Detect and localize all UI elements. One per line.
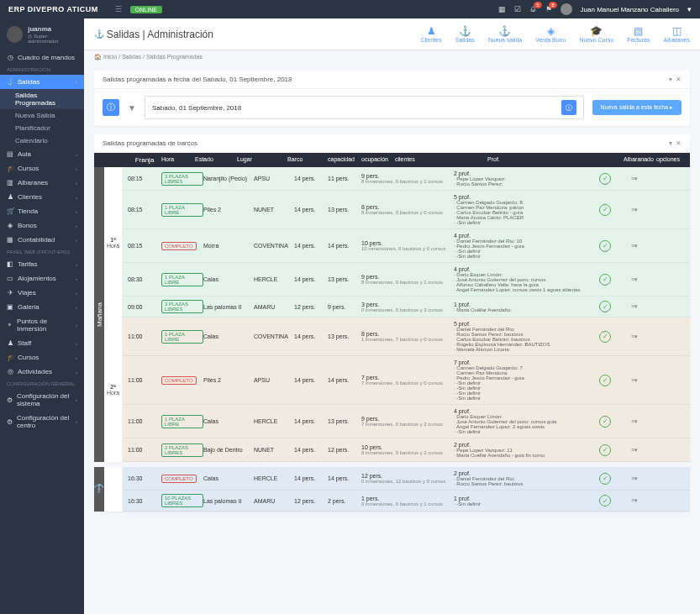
options-button[interactable]: ≡▾ <box>631 207 638 213</box>
nav-cursos[interactable]: 🎓Cursos› <box>0 161 84 176</box>
nav-actividades[interactable]: ◎Actividades› <box>0 365 84 379</box>
nav-clientes[interactable]: ♟Clientes› <box>0 190 84 204</box>
nav-tarifas[interactable]: ◧Tarifas› <box>0 257 84 271</box>
bc-inicio[interactable]: Inicio <box>103 54 117 60</box>
cell-clientes: 9 pers.8 inmersiones, 0 bautizos y 1 cur… <box>361 173 454 184</box>
cell-estado: COMPLETO <box>161 376 203 385</box>
action-facturas[interactable]: ▤Facturas <box>627 25 650 43</box>
nav-viajes[interactable]: ✈Viajes› <box>0 286 84 300</box>
nav-conf-sistema[interactable]: ⚙Configuración del sistema› <box>0 389 84 411</box>
filter-icon[interactable]: ▼ <box>128 103 136 113</box>
flag-icon[interactable]: ⚑8 <box>545 5 552 13</box>
cell-albaranado: ✓ <box>588 444 622 456</box>
plus-anchor-icon: ⚓ <box>488 25 522 37</box>
users-icon: ♟ <box>7 193 13 201</box>
menu-toggle-icon[interactable]: ☰ <box>115 5 122 13</box>
check-circle-icon[interactable]: ✓ <box>599 240 611 252</box>
grid-icon[interactable]: ▦ <box>498 5 506 13</box>
nav-staff[interactable]: ♟Staff› <box>0 336 84 350</box>
action-nuevo-curso[interactable]: 🎓Nuevo Curso <box>579 25 613 43</box>
avatar[interactable] <box>561 3 572 15</box>
cell-capacidad: 12 pers. <box>294 498 328 504</box>
cell-capacidad: 12 pers. <box>294 304 328 310</box>
bell-icon[interactable]: 🕭5 <box>529 5 537 13</box>
nav-salidas[interactable]: ⚓Salidas▾ <box>0 75 84 89</box>
check-circle-icon[interactable]: ✓ <box>599 173 611 185</box>
options-button[interactable]: ≡▾ <box>631 243 638 249</box>
cell-ocupacion: 13 pers. <box>328 276 361 282</box>
collapse-icon[interactable]: ▾ <box>669 76 672 83</box>
check-circle-icon[interactable]: ✓ <box>599 444 611 456</box>
check-circle-icon[interactable]: ✓ <box>599 495 611 506</box>
check-circle-icon[interactable]: ✓ <box>599 204 611 216</box>
close-icon[interactable]: ✕ <box>676 76 682 83</box>
check-circle-icon[interactable]: ✓ <box>599 331 611 343</box>
new-salida-button[interactable]: Nueva salida a esta fecha ▸ <box>592 100 682 115</box>
options-button[interactable]: ≡▾ <box>631 475 638 481</box>
cell-capacidad: 14 pers. <box>294 276 328 282</box>
cell-capacidad: 14 pers. <box>294 475 328 481</box>
nav-puntos[interactable]: ⌖Puntos de Inmersión› <box>0 314 84 336</box>
cell-ocupacion: 11 pers. <box>328 176 361 181</box>
sub-planificador[interactable]: Planificador <box>0 122 84 134</box>
options-button[interactable]: ≡▾ <box>631 377 638 383</box>
check-circle-icon[interactable]: ✓ <box>599 416 611 428</box>
nav-dashboard[interactable]: ◷Cuadro de mandos <box>0 50 84 65</box>
date-input[interactable]: Sabado, 01 Septiembre, 2018 ⓘ <box>145 96 584 119</box>
cell-albaranado: ✓ <box>588 240 622 252</box>
cell-clientes: 7 pers.7 inmersiones, 0 bautizos y 0 cur… <box>361 375 454 386</box>
check-circle-icon[interactable]: ✓ <box>599 274 611 286</box>
nav-conf-centro[interactable]: ⚙Configuración del centro› <box>0 411 84 433</box>
cell-estado: 1 PLAZA LIBRE <box>161 203 203 217</box>
sidebar-user-block[interactable]: juanma ◎ Super-administrador <box>0 18 84 50</box>
cell-capacidad: 14 pers. <box>294 176 328 181</box>
action-albaranes[interactable]: ◫Albaranes <box>663 25 690 43</box>
options-button[interactable]: ≡▾ <box>631 333 638 339</box>
options-button[interactable]: ≡▾ <box>631 497 638 503</box>
user-fullname[interactable]: Juan Manuel Manzano Caballero <box>581 6 679 13</box>
date-panel: Salidas programadas a fecha del Sabado, … <box>94 71 690 126</box>
cell-capacidad: 14 pers. <box>294 333 328 339</box>
nav-contabilidad[interactable]: ▦Contabilidad› <box>0 233 84 247</box>
table-row: 11:00 COMPLETO Piles 2 APSU 14 pers. 14 … <box>123 356 690 405</box>
bc-salidas[interactable]: Salidas <box>122 54 141 60</box>
nav-alojamientos[interactable]: ▭Alojamientos› <box>0 271 84 286</box>
calendar-icon[interactable]: ⓘ <box>561 100 576 115</box>
collapse-icon[interactable]: ▾ <box>669 139 672 147</box>
nav-galeria[interactable]: ▣Galeria› <box>0 300 84 314</box>
check-circle-icon[interactable]: ✓ <box>599 301 611 312</box>
cell-ocupacion: 12 pers. <box>328 447 361 453</box>
options-button[interactable]: ≡▾ <box>631 176 638 181</box>
chevron-down-icon[interactable]: ▾ <box>687 5 692 13</box>
chevron-right-icon: › <box>76 323 77 328</box>
options-button[interactable]: ≡▾ <box>631 447 638 453</box>
options-button[interactable]: ≡▾ <box>631 276 638 282</box>
nav-aula[interactable]: ▤Aula› <box>0 147 84 161</box>
cell-albaranado: ✓ <box>588 301 622 312</box>
action-salidas[interactable]: ⚓Salidas <box>455 25 475 43</box>
nav-albaranes[interactable]: ▥Albaranes› <box>0 176 84 190</box>
check-circle-icon[interactable]: ✓ <box>599 473 611 485</box>
check-icon[interactable]: ☑ <box>514 5 521 13</box>
options-button[interactable]: ≡▾ <box>631 418 638 424</box>
info-button[interactable]: ⓘ <box>103 99 119 116</box>
action-nueva-salida[interactable]: ⚓Nueva salida <box>488 25 522 43</box>
chevron-right-icon: › <box>76 419 77 424</box>
action-clientes[interactable]: ♟Clientes <box>420 25 441 43</box>
sub-nueva-salida[interactable]: Nueva Salida <box>0 109 84 122</box>
options-button[interactable]: ≡▾ <box>631 303 638 309</box>
check-circle-icon[interactable]: ✓ <box>599 375 611 386</box>
cell-hora: 08:30 <box>128 276 161 282</box>
cell-lugar: Naranjito (Pecio) <box>203 176 254 181</box>
cell-estado: 1 PLAZA LIBRE <box>161 415 203 428</box>
sub-calendario[interactable]: Calendario <box>0 134 84 147</box>
sub-salidas-programadas[interactable]: Salidas Programadas <box>0 89 84 109</box>
nav-bonos[interactable]: ◈Bonos› <box>0 218 84 233</box>
cell-prof: 7 prof.· Carmen Delgado Guajardo: 7· Car… <box>454 359 588 401</box>
cell-lugar: Las palomas II <box>203 498 254 504</box>
pin-icon: ⌖ <box>7 321 13 329</box>
nav-cursos2[interactable]: 🎓Cursos› <box>0 350 84 365</box>
action-venta-bono[interactable]: ◈Venta Bono <box>535 25 566 43</box>
close-icon[interactable]: ✕ <box>676 139 682 147</box>
nav-tienda[interactable]: 🛒Tienda› <box>0 204 84 218</box>
